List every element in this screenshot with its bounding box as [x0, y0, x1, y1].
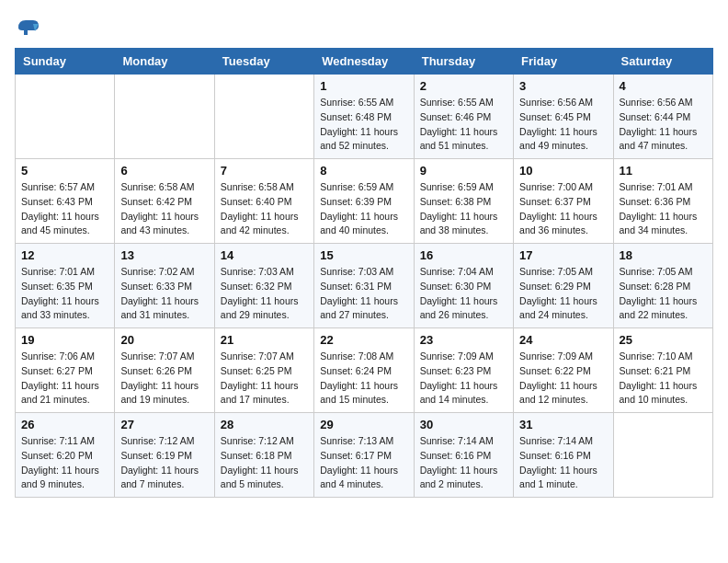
day-cell: 22Sunrise: 7:08 AM Sunset: 6:24 PM Dayli…	[314, 328, 414, 413]
day-cell: 4Sunrise: 6:56 AM Sunset: 6:44 PM Daylig…	[613, 75, 712, 159]
day-cell: 19Sunrise: 7:06 AM Sunset: 6:27 PM Dayli…	[16, 328, 115, 413]
week-row-3: 12Sunrise: 7:01 AM Sunset: 6:35 PM Dayli…	[16, 244, 713, 328]
day-info: Sunrise: 6:55 AM Sunset: 6:48 PM Dayligh…	[320, 96, 407, 154]
week-row-4: 19Sunrise: 7:06 AM Sunset: 6:27 PM Dayli…	[16, 328, 713, 413]
day-number: 10	[519, 164, 607, 178]
day-info: Sunrise: 7:12 AM Sunset: 6:19 PM Dayligh…	[120, 434, 208, 492]
day-info: Sunrise: 7:03 AM Sunset: 6:32 PM Dayligh…	[221, 265, 308, 323]
day-info: Sunrise: 6:56 AM Sunset: 6:44 PM Dayligh…	[620, 96, 707, 154]
day-info: Sunrise: 6:56 AM Sunset: 6:45 PM Dayligh…	[519, 96, 607, 154]
day-info: Sunrise: 7:09 AM Sunset: 6:22 PM Dayligh…	[519, 350, 607, 408]
logo-icon	[15, 15, 40, 40]
day-info: Sunrise: 6:58 AM Sunset: 6:40 PM Dayligh…	[221, 180, 308, 238]
day-number: 13	[120, 248, 208, 262]
day-number: 5	[21, 164, 108, 178]
day-number: 11	[620, 164, 707, 178]
day-number: 14	[221, 248, 308, 262]
weekday-header-tuesday: Tuesday	[214, 49, 313, 75]
day-number: 15	[320, 248, 407, 262]
day-number: 16	[420, 248, 507, 262]
day-number: 29	[320, 418, 407, 431]
day-info: Sunrise: 7:08 AM Sunset: 6:24 PM Dayligh…	[320, 350, 407, 408]
day-cell: 11Sunrise: 7:01 AM Sunset: 6:36 PM Dayli…	[613, 159, 712, 244]
weekday-header-thursday: Thursday	[414, 49, 513, 75]
day-number: 22	[320, 333, 407, 347]
day-number: 7	[221, 164, 308, 178]
day-cell: 28Sunrise: 7:12 AM Sunset: 6:18 PM Dayli…	[214, 413, 313, 498]
day-cell: 2Sunrise: 6:55 AM Sunset: 6:46 PM Daylig…	[414, 75, 513, 159]
day-number: 26	[21, 418, 108, 431]
day-number: 24	[519, 333, 607, 347]
day-info: Sunrise: 7:07 AM Sunset: 6:25 PM Dayligh…	[221, 350, 308, 408]
day-number: 12	[21, 248, 108, 262]
day-info: Sunrise: 7:14 AM Sunset: 6:16 PM Dayligh…	[519, 434, 607, 492]
day-info: Sunrise: 7:02 AM Sunset: 6:33 PM Dayligh…	[120, 265, 208, 323]
day-cell: 30Sunrise: 7:14 AM Sunset: 6:16 PM Dayli…	[414, 413, 513, 498]
day-info: Sunrise: 7:01 AM Sunset: 6:36 PM Dayligh…	[620, 180, 707, 238]
day-number: 20	[120, 333, 208, 347]
day-cell: 25Sunrise: 7:10 AM Sunset: 6:21 PM Dayli…	[613, 328, 712, 413]
day-number: 9	[420, 164, 507, 178]
day-number: 31	[519, 418, 607, 431]
day-number: 4	[620, 79, 707, 93]
day-info: Sunrise: 7:09 AM Sunset: 6:23 PM Dayligh…	[420, 350, 507, 408]
day-cell: 5Sunrise: 6:57 AM Sunset: 6:43 PM Daylig…	[16, 159, 115, 244]
day-cell	[214, 75, 313, 159]
day-cell: 16Sunrise: 7:04 AM Sunset: 6:30 PM Dayli…	[414, 244, 513, 328]
day-cell: 26Sunrise: 7:11 AM Sunset: 6:20 PM Dayli…	[16, 413, 115, 498]
day-info: Sunrise: 7:13 AM Sunset: 6:17 PM Dayligh…	[320, 434, 407, 492]
day-cell: 15Sunrise: 7:03 AM Sunset: 6:31 PM Dayli…	[314, 244, 414, 328]
day-number: 28	[221, 418, 308, 431]
day-cell: 6Sunrise: 6:58 AM Sunset: 6:42 PM Daylig…	[115, 159, 214, 244]
day-cell: 13Sunrise: 7:02 AM Sunset: 6:33 PM Dayli…	[115, 244, 214, 328]
weekday-header-friday: Friday	[514, 49, 613, 75]
day-cell	[613, 413, 712, 498]
weekday-header-saturday: Saturday	[613, 49, 712, 75]
day-cell: 12Sunrise: 7:01 AM Sunset: 6:35 PM Dayli…	[16, 244, 115, 328]
day-cell: 1Sunrise: 6:55 AM Sunset: 6:48 PM Daylig…	[314, 75, 414, 159]
week-row-5: 26Sunrise: 7:11 AM Sunset: 6:20 PM Dayli…	[16, 413, 713, 498]
day-cell: 10Sunrise: 7:00 AM Sunset: 6:37 PM Dayli…	[514, 159, 613, 244]
day-info: Sunrise: 6:58 AM Sunset: 6:42 PM Dayligh…	[120, 180, 208, 238]
day-cell: 23Sunrise: 7:09 AM Sunset: 6:23 PM Dayli…	[414, 328, 513, 413]
day-info: Sunrise: 6:59 AM Sunset: 6:39 PM Dayligh…	[320, 180, 407, 238]
day-cell: 3Sunrise: 6:56 AM Sunset: 6:45 PM Daylig…	[514, 75, 613, 159]
day-cell: 21Sunrise: 7:07 AM Sunset: 6:25 PM Dayli…	[214, 328, 313, 413]
day-info: Sunrise: 7:11 AM Sunset: 6:20 PM Dayligh…	[21, 434, 108, 492]
calendar-table: SundayMondayTuesdayWednesdayThursdayFrid…	[15, 48, 713, 498]
day-cell: 8Sunrise: 6:59 AM Sunset: 6:39 PM Daylig…	[314, 159, 414, 244]
week-row-2: 5Sunrise: 6:57 AM Sunset: 6:43 PM Daylig…	[16, 159, 713, 244]
day-cell: 7Sunrise: 6:58 AM Sunset: 6:40 PM Daylig…	[214, 159, 313, 244]
day-info: Sunrise: 7:05 AM Sunset: 6:29 PM Dayligh…	[519, 265, 607, 323]
day-cell: 29Sunrise: 7:13 AM Sunset: 6:17 PM Dayli…	[314, 413, 414, 498]
day-number: 23	[420, 333, 507, 347]
weekday-header-row: SundayMondayTuesdayWednesdayThursdayFrid…	[16, 49, 713, 75]
day-number: 2	[420, 79, 507, 93]
day-cell: 31Sunrise: 7:14 AM Sunset: 6:16 PM Dayli…	[514, 413, 613, 498]
day-info: Sunrise: 7:07 AM Sunset: 6:26 PM Dayligh…	[120, 350, 208, 408]
day-info: Sunrise: 7:05 AM Sunset: 6:28 PM Dayligh…	[620, 265, 707, 323]
day-cell: 27Sunrise: 7:12 AM Sunset: 6:19 PM Dayli…	[115, 413, 214, 498]
day-info: Sunrise: 7:14 AM Sunset: 6:16 PM Dayligh…	[420, 434, 507, 492]
day-info: Sunrise: 6:59 AM Sunset: 6:38 PM Dayligh…	[420, 180, 507, 238]
day-number: 1	[320, 79, 407, 93]
day-cell: 20Sunrise: 7:07 AM Sunset: 6:26 PM Dayli…	[115, 328, 214, 413]
day-info: Sunrise: 7:06 AM Sunset: 6:27 PM Dayligh…	[21, 350, 108, 408]
day-info: Sunrise: 7:10 AM Sunset: 6:21 PM Dayligh…	[620, 350, 707, 408]
day-cell	[115, 75, 214, 159]
day-number: 30	[420, 418, 507, 431]
day-number: 3	[519, 79, 607, 93]
day-number: 17	[519, 248, 607, 262]
day-info: Sunrise: 7:04 AM Sunset: 6:30 PM Dayligh…	[420, 265, 507, 323]
day-number: 6	[120, 164, 208, 178]
page-header	[15, 15, 713, 40]
weekday-header-wednesday: Wednesday	[314, 49, 414, 75]
day-cell	[16, 75, 115, 159]
day-info: Sunrise: 7:00 AM Sunset: 6:37 PM Dayligh…	[519, 180, 607, 238]
day-number: 18	[620, 248, 707, 262]
week-row-1: 1Sunrise: 6:55 AM Sunset: 6:48 PM Daylig…	[16, 75, 713, 159]
day-info: Sunrise: 7:12 AM Sunset: 6:18 PM Dayligh…	[221, 434, 308, 492]
day-cell: 9Sunrise: 6:59 AM Sunset: 6:38 PM Daylig…	[414, 159, 513, 244]
day-number: 19	[21, 333, 108, 347]
day-info: Sunrise: 7:03 AM Sunset: 6:31 PM Dayligh…	[320, 265, 407, 323]
